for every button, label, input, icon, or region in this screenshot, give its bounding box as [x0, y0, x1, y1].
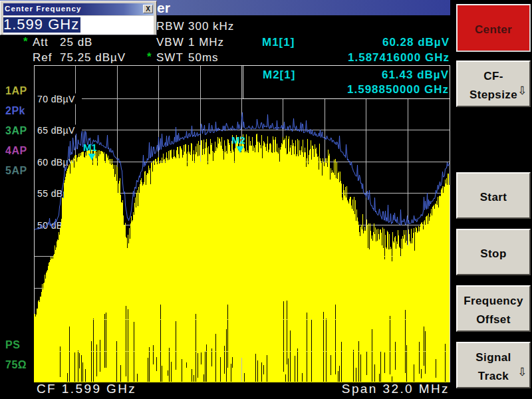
marker-m1-label: M1	[83, 142, 97, 153]
marker1-freq: 1.587416000 GHz	[299, 51, 450, 65]
analyzer-screen: er RBW 300 kHz * Att 25 dB VBW 1 MHz Ref…	[0, 0, 532, 399]
dialog-close-button[interactable]: X	[143, 5, 153, 13]
marker1-level: 60.28 dBµV	[299, 36, 450, 49]
softkey-label: Stop	[480, 245, 506, 263]
trace-label-5ap: 5AP	[5, 165, 27, 177]
swt-star-icon: *	[147, 51, 152, 64]
att-value: 25 dB	[60, 36, 92, 49]
submenu-arrow-icon: ⇩	[517, 86, 527, 96]
screen-title-text: er	[157, 0, 170, 16]
softkey-stop[interactable]: Stop	[456, 229, 531, 275]
softkey-label: Start	[480, 188, 507, 207]
softkey-center[interactable]: Center	[456, 4, 531, 52]
softkey-cf-stepsize[interactable]: CF-Stepsize⇩	[456, 61, 531, 107]
submenu-arrow-icon: ⇩	[517, 367, 527, 377]
softkey-label: Stepsize	[469, 86, 517, 104]
swt-value: 50ms	[188, 51, 219, 65]
softkey-frequency-offset[interactable]: FrequencyOffset	[456, 285, 531, 332]
softkey-label: CF-	[483, 67, 503, 86]
dialog-title-bar[interactable]: Center Frequency X	[3, 3, 154, 15]
softkey-label: Track	[478, 367, 509, 386]
ref-label: Ref	[33, 51, 52, 65]
trace-label-75ω: 75Ω	[5, 359, 27, 371]
center-frequency-dialog: Center Frequency X 1.599 GHz	[0, 1, 157, 35]
att-star-icon: *	[23, 35, 29, 49]
marker-m2-label: M2	[231, 134, 245, 146]
vbw-label: VBW	[156, 36, 184, 49]
softkey-start[interactable]: Start	[456, 172, 531, 219]
footer-span: Span 32.0 MHz	[317, 382, 450, 396]
spectrum-plot: 70 dBµV65 dBµV60 dBµV55 dBµV50 dBµVM1M2	[34, 65, 450, 382]
trace-label-1ap: 1AP	[5, 85, 27, 97]
ref-value: 75.25 dBµV	[60, 51, 126, 65]
swt-label: SWT	[156, 51, 184, 65]
marker2-name: M2[1]	[263, 68, 295, 82]
trace-label-4ap: 4AP	[5, 145, 27, 157]
marker2-level: 61.43 dBµV	[299, 68, 449, 82]
marker2-box: M2[1] 61.43 dBµV 1.598850000 GHz	[243, 65, 450, 99]
softkey-panel: CenterCF-Stepsize⇩StartStopFrequencyOffs…	[450, 0, 532, 399]
dialog-title-text: Center Frequency	[5, 5, 81, 13]
softkey-label: Offset	[476, 311, 511, 329]
footer-cf: CF 1.599 GHz	[37, 382, 136, 396]
trace-yellow	[35, 134, 450, 382]
marker2-freq: 1.598850000 GHz	[299, 83, 449, 96]
trace-label-3ap: 3AP	[5, 125, 27, 137]
frequency-input[interactable]: 1.599 GHz	[3, 16, 154, 35]
att-label: Att	[33, 36, 49, 49]
vbw-value: 1 MHz	[188, 36, 224, 49]
marker1-name: M1[1]	[262, 36, 295, 49]
frequency-input-value[interactable]: 1.599 GHz	[3, 17, 80, 33]
softkey-label: Frequency	[464, 292, 523, 311]
softkey-label: Signal	[475, 348, 511, 367]
softkey-label: Center	[475, 21, 512, 39]
softkey-signal-track[interactable]: SignalTrack⇩	[456, 342, 531, 388]
trace-label-ps: PS	[5, 339, 20, 351]
trace-label-2pk: 2Pk	[5, 105, 25, 117]
rbw-value: 300 kHz	[188, 20, 234, 33]
y-axis-label: 65 dBµV	[37, 125, 75, 136]
rbw-label: RBW	[156, 20, 185, 33]
y-axis-label: 70 dBµV	[37, 94, 75, 104]
